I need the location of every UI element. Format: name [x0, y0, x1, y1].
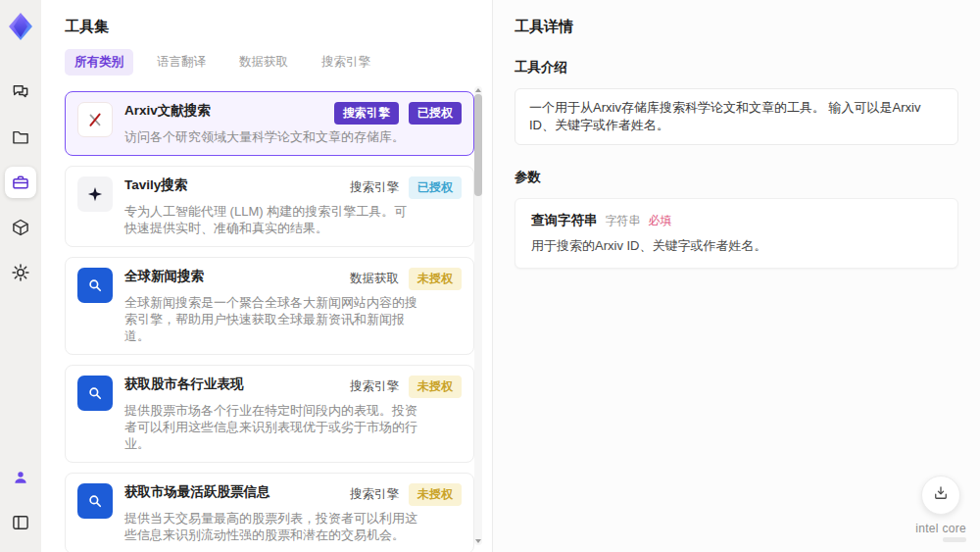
- arxiv-logo-icon: [77, 102, 113, 137]
- tab-language-translation[interactable]: 语言翻译: [147, 49, 216, 75]
- list-scrollbar: [474, 86, 482, 545]
- app-logo-gem-icon: [8, 12, 33, 41]
- tool-card-global-news[interactable]: 全球新闻搜索 数据获取 未授权 全球新闻搜索是一个聚合全球各大新闻网站内容的搜索…: [65, 257, 474, 355]
- user-avatar-icon[interactable]: [5, 462, 36, 493]
- chat-icon[interactable]: [5, 76, 36, 108]
- tool-card-tavily[interactable]: Tavily搜索 搜索引擎 已授权 专为人工智能代理 (LLM) 构建的搜索引擎…: [65, 166, 474, 247]
- parameter-card: 查询字符串 字符串 必填 用于搜索的Arxiv ID、关键字或作者姓名。: [514, 198, 958, 269]
- auth-status-badge: 未授权: [409, 376, 462, 398]
- tool-description: 专为人工智能代理 (LLM) 构建的搜索引擎工具。可快速提供实时、准确和真实的结…: [124, 203, 418, 236]
- folder-icon[interactable]: [5, 122, 36, 153]
- toolset-panel: 工具集 所有类别 语言翻译 数据获取 搜索引擎 Arxiv文献搜索: [41, 0, 492, 552]
- cube-icon[interactable]: [5, 212, 36, 243]
- tab-all-categories[interactable]: 所有类别: [65, 49, 133, 75]
- tab-data-fetch[interactable]: 数据获取: [229, 49, 298, 75]
- search-app-icon: [77, 376, 113, 411]
- brand-accent-bar: [943, 537, 966, 542]
- search-app-icon: [77, 483, 113, 519]
- intro-heading: 工具介绍: [514, 59, 958, 76]
- auth-status-badge: 已授权: [409, 176, 462, 199]
- category-label: 搜索引擎: [350, 378, 399, 395]
- tool-card-active-stocks[interactable]: 获取市场最活跃股票信息 搜索引擎 未授权 提供当天交易量最高的股票列表，投资者可…: [65, 473, 474, 552]
- intel-core-logo: intel core: [915, 523, 966, 534]
- auth-status-badge: 未授权: [409, 483, 462, 506]
- page-title: 工具集: [65, 18, 492, 35]
- download-icon: [932, 484, 950, 506]
- search-app-icon: [77, 268, 113, 303]
- tool-description: 全球新闻搜索是一个聚合全球各大新闻网站内容的搜索引擎，帮助用户快速获取全球最新资…: [124, 294, 418, 344]
- category-label: 搜索引擎: [350, 486, 399, 503]
- settings-gear-icon[interactable]: [5, 257, 36, 288]
- param-description: 用于搜索的Arxiv ID、关键字或作者姓名。: [531, 237, 942, 255]
- panel-toggle-icon[interactable]: [5, 507, 36, 538]
- tool-description: 访问各个研究领域大量科学论文和文章的存储库。: [124, 128, 418, 145]
- tool-card-arxiv[interactable]: Arxiv文献搜索 搜索引擎 已授权 访问各个研究领域大量科学论文和文章的存储库…: [65, 91, 474, 156]
- tool-list: Arxiv文献搜索 搜索引擎 已授权 访问各个研究领域大量科学论文和文章的存储库…: [65, 91, 474, 552]
- auth-status-badge: 已授权: [409, 102, 462, 125]
- tool-name: 获取市场最活跃股票信息: [124, 483, 342, 501]
- tool-description: 提供股票市场各个行业在特定时间段内的表现。投资者可以利用这些信息来识别表现优于或…: [124, 402, 418, 452]
- tool-detail-panel: 工具详情 工具介绍 一个用于从Arxiv存储库搜索科学论文和文章的工具。 输入可…: [492, 0, 980, 552]
- scroll-down-arrow-icon[interactable]: [475, 539, 481, 543]
- detail-title: 工具详情: [514, 18, 958, 35]
- toolbox-icon[interactable]: [5, 167, 36, 198]
- params-heading: 参数: [514, 169, 958, 186]
- tool-name: Arxiv文献搜索: [124, 102, 326, 120]
- param-required-flag: 必填: [649, 213, 672, 229]
- category-badge: 搜索引擎: [334, 102, 399, 125]
- param-type: 字符串: [606, 213, 641, 229]
- corner-widgets: intel core: [915, 476, 966, 542]
- category-label: 搜索引擎: [350, 179, 399, 196]
- sidebar: [0, 0, 41, 552]
- tool-name: 全球新闻搜索: [124, 268, 342, 285]
- scroll-up-arrow-icon[interactable]: [475, 88, 481, 92]
- tool-card-sector-performance[interactable]: 获取股市各行业表现 搜索引擎 未授权 提供股票市场各个行业在特定时间段内的表现。…: [65, 365, 474, 463]
- param-name: 查询字符串: [531, 212, 598, 229]
- app-window: 工具集 所有类别 语言翻译 数据获取 搜索引擎 Arxiv文献搜索: [0, 0, 980, 552]
- tool-description: 提供当天交易量最高的股票列表，投资者可以利用这些信息来识别流动性强的股票和潜在的…: [124, 510, 418, 543]
- tavily-star-icon: [77, 176, 113, 212]
- scrollbar-thumb[interactable]: [474, 94, 482, 196]
- auth-status-badge: 未授权: [409, 268, 462, 290]
- tab-search-engine[interactable]: 搜索引擎: [312, 49, 380, 75]
- download-button[interactable]: [921, 476, 960, 515]
- tool-name: Tavily搜索: [124, 176, 342, 194]
- category-tabs: 所有类别 语言翻译 数据获取 搜索引擎: [65, 49, 492, 75]
- tool-name: 获取股市各行业表现: [124, 376, 342, 393]
- category-label: 数据获取: [350, 271, 399, 287]
- tool-intro-text: 一个用于从Arxiv存储库搜索科学论文和文章的工具。 输入可以是Arxiv ID…: [514, 88, 958, 145]
